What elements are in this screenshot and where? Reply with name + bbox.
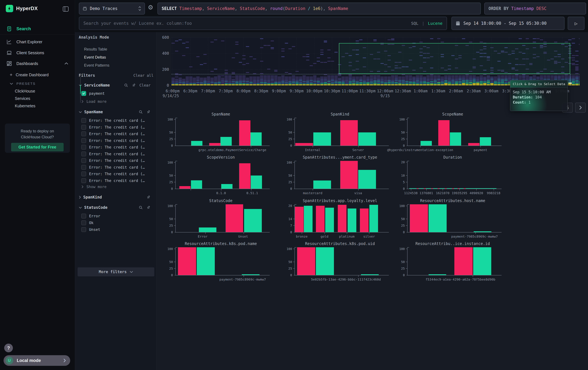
logo[interactable]: HyperDX bbox=[6, 5, 38, 12]
chart-plot[interactable] bbox=[407, 247, 498, 275]
create-dashboard-label: Create Dashboard bbox=[16, 72, 49, 77]
filter-group-servicename[interactable]: ServiceName Clear bbox=[79, 83, 153, 88]
presets-toggle[interactable]: PRESETS bbox=[10, 82, 36, 86]
checkbox-unchecked[interactable] bbox=[81, 165, 86, 170]
heatmap-x-tick-label: 8:00pm bbox=[237, 89, 251, 93]
checkbox-unchecked[interactable] bbox=[81, 138, 86, 143]
chart-plot[interactable] bbox=[175, 161, 266, 189]
clear-filter-button[interactable]: Clear bbox=[139, 83, 151, 87]
checkbox-checked[interactable] bbox=[81, 91, 86, 96]
date-range-picker[interactable]: Sep 14 18:00:00 - Sep 15 05:30:00 bbox=[452, 17, 565, 30]
orderby-editor[interactable]: ORDER BY Timestamp DESC bbox=[484, 3, 586, 14]
gear-icon[interactable]: ⚙ bbox=[148, 4, 153, 11]
tooltip-title: Click & Drag to Select Data bbox=[510, 80, 567, 88]
pin-icon[interactable] bbox=[132, 83, 136, 87]
more-filters-button[interactable]: More filters bbox=[78, 267, 154, 276]
checkbox-unchecked[interactable] bbox=[81, 158, 86, 163]
next-page-button[interactable] bbox=[575, 103, 586, 113]
checkbox-unchecked[interactable] bbox=[81, 131, 86, 136]
sidebar-item-clickhouse[interactable]: ClickHouse bbox=[15, 89, 35, 93]
filter-option-error-the-credit-card-[interactable]: Error: The credit card (… bbox=[81, 158, 145, 163]
search-icon[interactable] bbox=[124, 83, 128, 87]
chart-plot[interactable] bbox=[175, 118, 266, 146]
x-tick-label: payment-7985c8969c-mwmw7 bbox=[451, 235, 498, 238]
mode-results-table[interactable]: Results Table bbox=[84, 47, 107, 51]
mode-event-deltas[interactable]: Event Deltas bbox=[84, 55, 106, 60]
filter-option-error-the-credit-card-[interactable]: Error: The credit card (… bbox=[81, 131, 145, 136]
sidebar-item-client-sessions[interactable]: Client Sessions bbox=[0, 48, 75, 57]
chart-plot[interactable] bbox=[294, 118, 386, 146]
checkbox-unchecked[interactable] bbox=[81, 125, 86, 130]
mode-event-patterns[interactable]: Event Patterns bbox=[84, 63, 109, 68]
chart-plot[interactable] bbox=[175, 204, 266, 232]
checkbox-unchecked[interactable] bbox=[81, 220, 86, 225]
create-dashboard-button[interactable]: + Create Dashboard bbox=[10, 72, 49, 78]
baseline-speck bbox=[437, 188, 439, 189]
filter-option-error-the-credit-card-[interactable]: Error: The credit card (… bbox=[81, 125, 145, 130]
checkbox-unchecked[interactable] bbox=[81, 118, 86, 123]
checkbox-unchecked[interactable] bbox=[81, 227, 86, 232]
bar bbox=[295, 143, 313, 146]
source-select[interactable]: Demo Traces bbox=[79, 3, 145, 14]
sidebar-item-search[interactable]: Search bbox=[0, 24, 75, 33]
chart-plot[interactable] bbox=[294, 204, 386, 232]
sidebar-item-kubernetes[interactable]: Kubernetes bbox=[15, 104, 35, 108]
sidebar-item-chart-explorer[interactable]: Chart Explorer bbox=[0, 37, 75, 46]
checkbox-unchecked[interactable] bbox=[81, 145, 86, 150]
pin-icon[interactable] bbox=[146, 205, 151, 210]
y-tick bbox=[406, 162, 407, 162]
filter-group-spankind[interactable]: SpanKind bbox=[79, 195, 153, 200]
pin-icon[interactable] bbox=[146, 195, 151, 199]
bar bbox=[360, 209, 368, 232]
chart-title: ScopeName bbox=[407, 112, 498, 117]
chart-plot[interactable] bbox=[407, 204, 498, 232]
bar bbox=[313, 132, 331, 146]
filter-option-error-the-credit-card-[interactable]: Error: The credit card (… bbox=[81, 118, 145, 123]
collapse-sidebar-icon[interactable] bbox=[62, 6, 69, 12]
checkbox-unchecked[interactable] bbox=[81, 214, 86, 219]
search-icon[interactable] bbox=[139, 205, 143, 210]
sidebar-item-services[interactable]: Services bbox=[15, 96, 30, 101]
search-input[interactable] bbox=[84, 21, 408, 26]
checkbox-unchecked[interactable] bbox=[81, 178, 86, 183]
sidebar-item-dashboards[interactable]: Dashboards bbox=[0, 59, 75, 68]
chart-plot[interactable] bbox=[407, 118, 498, 146]
heatmap-selection-rect[interactable] bbox=[339, 43, 570, 74]
filter-option-payment[interactable]: payment bbox=[81, 91, 105, 96]
run-query-button[interactable]: ▷ bbox=[568, 17, 584, 30]
checkbox-unchecked[interactable] bbox=[81, 171, 86, 176]
bar bbox=[473, 247, 491, 275]
get-started-button[interactable]: Get Started for Free bbox=[11, 143, 63, 151]
y-tick bbox=[293, 219, 294, 219]
filter-group-statuscode[interactable]: StatusCode bbox=[79, 205, 153, 210]
lang-toggle-sql[interactable]: SQL bbox=[411, 21, 418, 26]
filter-group-spanname[interactable]: SpanName bbox=[79, 110, 153, 114]
filter-option-error-the-credit-card-[interactable]: Error: The credit card (… bbox=[81, 171, 145, 176]
help-button[interactable]: ? bbox=[4, 344, 13, 352]
chart-plot[interactable] bbox=[294, 161, 386, 189]
y-tick-label: 10 bbox=[393, 174, 405, 177]
pin-icon[interactable] bbox=[146, 110, 151, 114]
search-icon[interactable] bbox=[139, 110, 143, 114]
filter-option-error-the-credit-card-[interactable]: Error: The credit card (… bbox=[81, 151, 145, 156]
chart-plot[interactable] bbox=[407, 161, 498, 189]
local-mode-menu[interactable]: U Local mode bbox=[4, 355, 70, 366]
filter-option-error-the-credit-card-[interactable]: Error: The credit card (… bbox=[81, 165, 145, 170]
filter-option-unset[interactable]: Unset bbox=[81, 227, 100, 232]
filter-option-label: Ok bbox=[89, 221, 94, 225]
filter-option-ok[interactable]: Ok bbox=[81, 220, 94, 225]
filter-option-error[interactable]: Error bbox=[81, 214, 100, 219]
show-more-button[interactable]: Show more bbox=[81, 185, 106, 189]
filter-option-error-the-credit-card-[interactable]: Error: The credit card (… bbox=[81, 145, 145, 150]
lang-toggle-lucene[interactable]: Lucene bbox=[428, 21, 442, 26]
filter-option-error-the-credit-card-[interactable]: Error: The credit card (… bbox=[81, 178, 145, 183]
clear-all-button[interactable]: Clear all bbox=[133, 73, 153, 78]
chart-plot[interactable] bbox=[175, 247, 266, 275]
select-query-editor[interactable]: SELECT Timestamp, ServiceName, StatusCod… bbox=[158, 3, 481, 14]
chart-plot[interactable] bbox=[294, 247, 386, 275]
bar bbox=[450, 132, 461, 146]
checkbox-unchecked[interactable] bbox=[81, 151, 86, 156]
x-tick-label: 19935295 bbox=[452, 191, 467, 195]
filter-option-error-the-credit-card-[interactable]: Error: The credit card (… bbox=[81, 138, 145, 143]
load-more-button[interactable]: Load more bbox=[81, 100, 106, 104]
